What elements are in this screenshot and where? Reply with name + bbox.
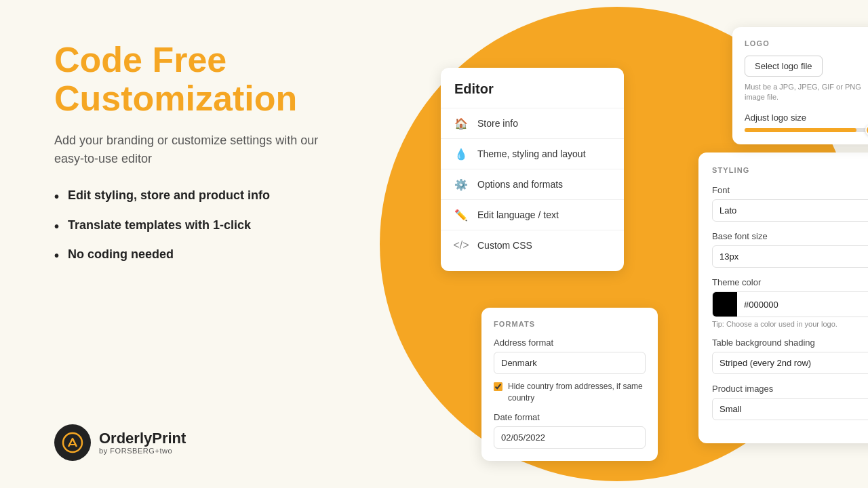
table-bg-select[interactable]: Striped (every 2nd row)	[712, 352, 868, 374]
left-panel: Code Free Customization Add your brandin…	[0, 0, 380, 488]
logo-size-slider[interactable]	[745, 128, 868, 132]
menu-label-store-info: Store info	[477, 118, 518, 129]
base-font-field: Base font size 13px	[712, 231, 868, 268]
bullet-list: Edit styling, store and product info Tra…	[54, 187, 339, 263]
right-panel: Editor 🏠 Store info 💧 Theme, styling and…	[380, 0, 868, 488]
menu-label-options: Options and formats	[477, 179, 563, 190]
select-logo-button[interactable]: Select logo file	[745, 56, 823, 77]
brand-name-wrap: OrderlyPrint by FORSBERG+two	[99, 430, 186, 455]
menu-item-theme[interactable]: 💧 Theme, styling and layout	[441, 138, 624, 169]
menu-label-theme: Theme, styling and layout	[477, 148, 586, 159]
hide-country-label: Hide country from addresses, if same cou…	[508, 381, 646, 404]
menu-item-language[interactable]: ✏️ Edit language / text	[441, 199, 624, 230]
code-icon: </>	[454, 239, 468, 252]
logo-file-hint: Must be a JPG, JPEG, GIF or PNG image fi…	[745, 82, 868, 103]
font-field: Font Lato	[712, 185, 868, 222]
styling-card: STYLING Font Lato Base font size 13px Th…	[698, 152, 868, 443]
font-label: Font	[712, 185, 868, 195]
formats-section-title: FORMATS	[494, 320, 646, 328]
bullet-item-3: No coding needed	[54, 246, 339, 263]
logo-size-label: Adjust logo size	[745, 113, 868, 123]
brand-sub: by FORSBERG+two	[99, 447, 186, 455]
date-format-label: Date format	[494, 412, 646, 422]
brand-name: OrderlyPrint	[99, 430, 186, 447]
logo-section-title: LOGO	[745, 39, 868, 47]
product-images-field: Product images Small	[712, 384, 868, 420]
date-format-input[interactable]	[494, 426, 646, 449]
table-bg-field: Table background shading Striped (every …	[712, 338, 868, 374]
color-input-wrap[interactable]: #000000	[712, 291, 868, 317]
base-font-select[interactable]: 13px	[712, 245, 868, 268]
menu-label-language: Edit language / text	[477, 209, 559, 220]
address-format-input[interactable]	[494, 352, 646, 374]
bullet-item-1: Edit styling, store and product info	[54, 187, 339, 204]
hide-country-checkbox[interactable]	[494, 382, 502, 391]
bullet-item-2: Translate templates with 1-click	[54, 217, 339, 234]
brand-logo-icon	[54, 424, 91, 461]
slider-fill	[745, 128, 856, 132]
gear-icon: ⚙️	[454, 178, 468, 191]
hide-country-row: Hide country from addresses, if same cou…	[494, 381, 646, 404]
address-format-label: Address format	[494, 338, 646, 348]
product-images-select[interactable]: Small	[712, 398, 868, 420]
font-select[interactable]: Lato	[712, 199, 868, 222]
svg-point-0	[63, 433, 82, 452]
pencil-icon: ✏️	[454, 208, 468, 222]
base-font-label: Base font size	[712, 231, 868, 241]
home-icon: 🏠	[454, 117, 468, 130]
subtitle: Add your branding or customize settings …	[54, 131, 339, 168]
editor-card-title: Editor	[441, 81, 624, 108]
menu-item-css[interactable]: </> Custom CSS	[441, 230, 624, 260]
theme-color-field: Theme color #000000 Tip: Choose a color …	[712, 277, 868, 328]
menu-item-store-info[interactable]: 🏠 Store info	[441, 108, 624, 138]
table-bg-label: Table background shading	[712, 338, 868, 348]
brand-logo-area: OrderlyPrint by FORSBERG+two	[54, 424, 339, 461]
editor-card: Editor 🏠 Store info 💧 Theme, styling and…	[441, 68, 624, 271]
main-title: Code Free Customization	[54, 41, 339, 118]
theme-color-label: Theme color	[712, 277, 868, 287]
drop-icon: 💧	[454, 147, 468, 161]
product-images-label: Product images	[712, 384, 868, 394]
left-content: Code Free Customization Add your brandin…	[54, 41, 339, 275]
logo-card: LOGO Select logo file Must be a JPG, JPE…	[732, 27, 868, 144]
color-value: #000000	[737, 300, 868, 310]
styling-section-title: STYLING	[712, 166, 868, 174]
slider-thumb	[865, 125, 868, 136]
color-hint: Tip: Choose a color used in your logo.	[712, 320, 868, 328]
color-swatch	[713, 292, 737, 317]
menu-label-css: Custom CSS	[477, 240, 532, 251]
formats-card: FORMATS Address format Hide country from…	[481, 308, 658, 461]
menu-item-options[interactable]: ⚙️ Options and formats	[441, 169, 624, 199]
